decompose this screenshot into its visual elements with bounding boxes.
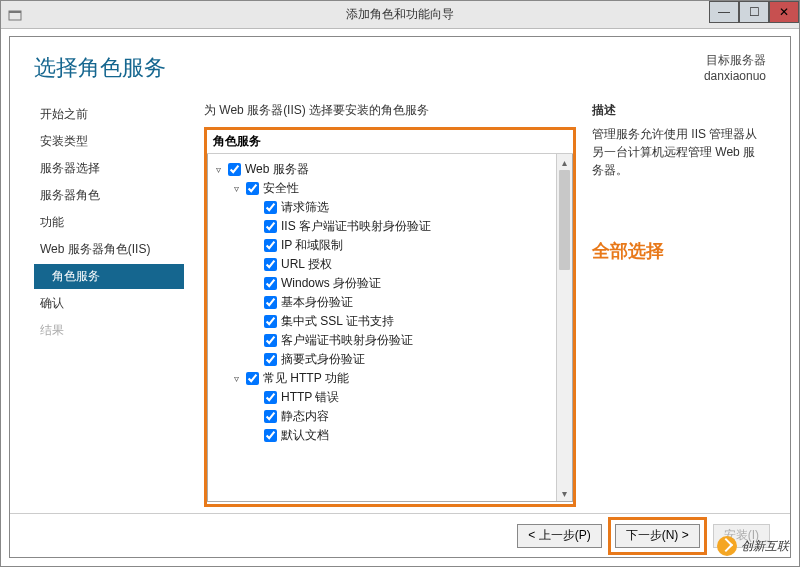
tree-label: 集中式 SSL 证书支持: [281, 313, 394, 330]
expand-icon[interactable]: ▿: [212, 164, 224, 176]
expand-icon: [248, 202, 260, 214]
wizard-window: 添加角色和功能向导 — ☐ ✕ 选择角色服务 目标服务器 danxiaonuo …: [0, 0, 800, 567]
tree-label: URL 授权: [281, 256, 332, 273]
panel-title: 角色服务: [207, 130, 573, 154]
description-text: 管理服务允许使用 IIS 管理器从另一台计算机远程管理 Web 服务器。: [592, 125, 766, 179]
expand-icon: [248, 316, 260, 328]
scroll-down-button[interactable]: ▾: [557, 485, 572, 501]
tree-checkbox[interactable]: [264, 258, 277, 271]
app-icon: [7, 7, 23, 23]
scrollbar[interactable]: ▴ ▾: [556, 154, 572, 501]
watermark: 创新互联: [717, 536, 789, 556]
tree-row[interactable]: URL 授权: [212, 255, 568, 274]
tree-label: 基本身份验证: [281, 294, 353, 311]
instruction-text: 为 Web 服务器(IIS) 选择要安装的角色服务: [204, 102, 576, 119]
tree-label: Windows 身份验证: [281, 275, 381, 292]
tree-checkbox[interactable]: [246, 372, 259, 385]
tree-row[interactable]: ▿Web 服务器: [212, 160, 568, 179]
tree-row[interactable]: 客户端证书映射身份验证: [212, 331, 568, 350]
expand-icon: [248, 297, 260, 309]
expand-icon[interactable]: ▿: [230, 183, 242, 195]
tree-checkbox[interactable]: [264, 239, 277, 252]
tree-row[interactable]: 请求筛选: [212, 198, 568, 217]
expand-icon[interactable]: ▿: [230, 373, 242, 385]
watermark-icon: [717, 536, 737, 556]
expand-icon: [248, 335, 260, 347]
nav-item[interactable]: 角色服务: [34, 264, 184, 289]
expand-icon: [248, 354, 260, 366]
next-highlight: 下一步(N) >: [608, 517, 707, 555]
tree-row[interactable]: IP 和域限制: [212, 236, 568, 255]
nav-item[interactable]: Web 服务器角色(IIS): [34, 237, 184, 262]
tree-label: 常见 HTTP 功能: [263, 370, 349, 387]
minimize-button[interactable]: —: [709, 1, 739, 23]
destination-info: 目标服务器 danxiaonuo: [704, 53, 766, 84]
window-title: 添加角色和功能向导: [346, 6, 454, 23]
description-column: 描述 管理服务允许使用 IIS 管理器从另一台计算机远程管理 Web 服务器。 …: [576, 92, 766, 507]
main-columns: 开始之前安装类型服务器选择服务器角色功能Web 服务器角色(IIS)角色服务确认…: [10, 92, 790, 507]
tree-checkbox[interactable]: [246, 182, 259, 195]
tree-row[interactable]: HTTP 错误: [212, 388, 568, 407]
tree-checkbox[interactable]: [264, 277, 277, 290]
tree-row[interactable]: 摘要式身份验证: [212, 350, 568, 369]
tree-checkbox[interactable]: [264, 353, 277, 366]
tree-label: 客户端证书映射身份验证: [281, 332, 413, 349]
tree-row[interactable]: 集中式 SSL 证书支持: [212, 312, 568, 331]
scroll-thumb[interactable]: [559, 170, 570, 270]
nav-item[interactable]: 确认: [34, 291, 184, 316]
nav-item[interactable]: 安装类型: [34, 129, 184, 154]
expand-icon: [248, 392, 260, 404]
tree-label: 安全性: [263, 180, 299, 197]
nav-item[interactable]: 服务器选择: [34, 156, 184, 181]
previous-button[interactable]: < 上一步(P): [517, 524, 601, 548]
tree-checkbox[interactable]: [264, 410, 277, 423]
tree-row[interactable]: 基本身份验证: [212, 293, 568, 312]
tree-label: IIS 客户端证书映射身份验证: [281, 218, 431, 235]
maximize-button[interactable]: ☐: [739, 1, 769, 23]
tree-label: IP 和域限制: [281, 237, 343, 254]
nav-item: 结果: [34, 318, 184, 343]
close-button[interactable]: ✕: [769, 1, 799, 23]
tree-checkbox[interactable]: [264, 391, 277, 404]
tree-label: Web 服务器: [245, 161, 309, 178]
tree-row[interactable]: IIS 客户端证书映射身份验证: [212, 217, 568, 236]
nav-item[interactable]: 开始之前: [34, 102, 184, 127]
expand-icon: [248, 221, 260, 233]
tree-checkbox[interactable]: [264, 429, 277, 442]
expand-icon: [248, 240, 260, 252]
tree-row[interactable]: ▿常见 HTTP 功能: [212, 369, 568, 388]
tree-row[interactable]: Windows 身份验证: [212, 274, 568, 293]
nav-item[interactable]: 功能: [34, 210, 184, 235]
tree-row[interactable]: 默认文档: [212, 426, 568, 445]
next-button[interactable]: 下一步(N) >: [615, 524, 700, 548]
tree-row[interactable]: ▿安全性: [212, 179, 568, 198]
tree-checkbox[interactable]: [264, 296, 277, 309]
description-title: 描述: [592, 102, 766, 119]
nav-item[interactable]: 服务器角色: [34, 183, 184, 208]
content-column: 为 Web 服务器(IIS) 选择要安装的角色服务 角色服务 ▿Web 服务器▿…: [184, 92, 576, 507]
destination-value: danxiaonuo: [704, 69, 766, 85]
footer-buttons: < 上一步(P) 下一步(N) > 安装(I): [10, 513, 790, 557]
select-all-annotation: 全部选择: [592, 239, 766, 263]
watermark-text: 创新互联: [741, 538, 789, 555]
header-row: 选择角色服务 目标服务器 danxiaonuo: [10, 37, 790, 92]
expand-icon: [248, 259, 260, 271]
tree-checkbox[interactable]: [264, 201, 277, 214]
tree-checkbox[interactable]: [264, 315, 277, 328]
tree-row[interactable]: 静态内容: [212, 407, 568, 426]
titlebar: 添加角色和功能向导 — ☐ ✕: [1, 1, 799, 29]
tree-label: 摘要式身份验证: [281, 351, 365, 368]
tree-checkbox[interactable]: [264, 220, 277, 233]
expand-icon: [248, 278, 260, 290]
tree-checkbox[interactable]: [264, 334, 277, 347]
tree-label: 静态内容: [281, 408, 329, 425]
role-services-panel: 角色服务 ▿Web 服务器▿安全性请求筛选IIS 客户端证书映射身份验证IP 和…: [204, 127, 576, 507]
destination-label: 目标服务器: [704, 53, 766, 69]
wizard-body: 选择角色服务 目标服务器 danxiaonuo 开始之前安装类型服务器选择服务器…: [9, 36, 791, 558]
page-title: 选择角色服务: [34, 53, 166, 84]
expand-icon: [248, 411, 260, 423]
tree-checkbox[interactable]: [228, 163, 241, 176]
svg-rect-1: [9, 11, 21, 13]
step-nav: 开始之前安装类型服务器选择服务器角色功能Web 服务器角色(IIS)角色服务确认…: [34, 92, 184, 507]
scroll-up-button[interactable]: ▴: [557, 154, 572, 170]
